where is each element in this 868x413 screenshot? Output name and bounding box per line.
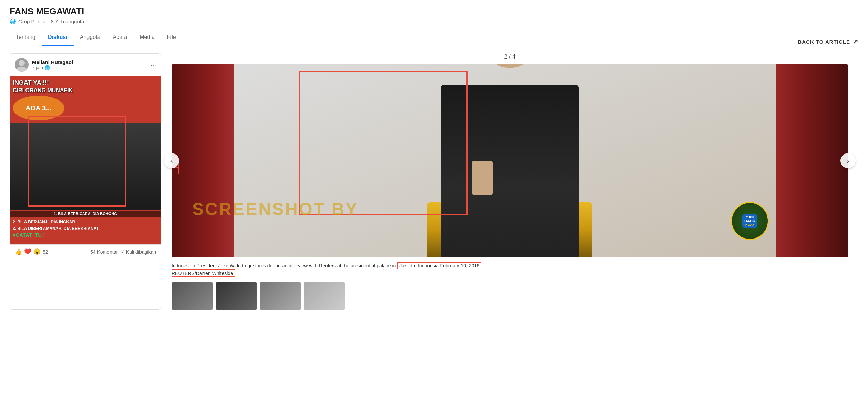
heart-icon: ❤️ <box>24 248 31 255</box>
shares-count[interactable]: 4 Kali dibagikan <box>122 249 156 255</box>
back-label: BACK TO ARTICLE <box>798 39 850 45</box>
meme-image: INGAT YA !!! CIRI ORANG MUNAFIK ADA 3...… <box>10 76 161 244</box>
expand-icon: ↗ <box>853 38 858 45</box>
meme-line1: 1. BILA BERBICARA, DIA BOHONG <box>10 211 161 217</box>
meme-ingat-text: INGAT YA !!! <box>13 79 49 86</box>
image-caption: Indonesian President Joko Widodo gesture… <box>172 262 495 277</box>
watermark-text: SCREENSHOT BY <box>192 199 359 219</box>
comments-count[interactable]: 54 Komentar <box>90 249 118 255</box>
meme-hashtag: #CATAT ITU ! <box>13 232 158 238</box>
turn-back-hoax-badge: TURN BACK HOAX <box>731 202 769 240</box>
main-content: Meilani Hutagaol 7 jam 🌐 ··· INGAT YA !!… <box>0 46 868 317</box>
nav-tabs: Tentang Diskusi Anggota Acara Media File <box>0 29 868 46</box>
tab-diskusi[interactable]: Diskusi <box>42 29 74 46</box>
meme-line3: 3. BILA DIBERI AMANAH, DIA BERKHIANAT <box>13 225 158 232</box>
group-type: Grup Publik <box>18 19 45 24</box>
globe-icon: 🌐 <box>10 18 16 24</box>
more-options-button[interactable]: ··· <box>150 61 156 69</box>
globe-small-icon: 🌐 <box>44 65 50 70</box>
group-meta: 🌐 Grup Publik · 8.7 rb anggota <box>10 18 858 24</box>
tab-file[interactable]: File <box>161 29 182 46</box>
wow-icon: 😮 <box>33 248 41 255</box>
tab-anggota[interactable]: Anggota <box>74 29 107 46</box>
image-viewer: 2 / 4 ‹ <box>161 53 858 310</box>
right-curtain <box>772 64 848 257</box>
tab-tentang[interactable]: Tentang <box>10 29 42 46</box>
back-to-article-button[interactable]: BACK TO ARTICLE ↗ <box>798 38 858 45</box>
thumbnail-2[interactable] <box>216 282 257 310</box>
badge-inner: TURN BACK HOAX <box>742 214 757 228</box>
meme-line2: 2. BILA BERJANJI, DIA INGKAR <box>13 219 158 225</box>
image-area: ‹ <box>172 64 848 257</box>
person-body <box>441 85 579 257</box>
post-time: 7 jam 🌐 <box>32 65 147 70</box>
group-members: 8.7 rb anggota <box>51 19 84 24</box>
thumbnail-1[interactable] <box>172 282 213 310</box>
prev-image-button[interactable]: ‹ <box>164 153 179 168</box>
meme-ciri-text: CIRI ORANG MUNAFIK <box>13 87 73 94</box>
thumbnail-strip <box>172 282 848 310</box>
speech-bubble: ADA 3... <box>13 96 64 120</box>
thumbnail-3[interactable] <box>260 282 301 310</box>
reactions-left: 👍 ❤️ 😮 52 <box>15 248 48 255</box>
thumbnail-4[interactable] <box>304 282 345 310</box>
post-author-name[interactable]: Meilani Hutagaol <box>32 59 147 65</box>
post-author-info: Meilani Hutagaol 7 jam 🌐 <box>32 59 147 70</box>
caption-text: Indonesian President Joko Widodo gesture… <box>172 263 396 268</box>
main-image: SCREENSHOT BY TURN BACK HOAX <box>172 64 848 257</box>
image-counter: 2 / 4 <box>172 53 848 60</box>
person-hand <box>472 161 493 195</box>
tab-media[interactable]: Media <box>133 29 161 46</box>
meme-bottom-text-area: 2. BILA BERJANJI, DIA INGKAR 3. BILA DIB… <box>10 217 161 244</box>
next-image-button[interactable]: › <box>840 153 856 168</box>
svg-point-1 <box>19 60 25 66</box>
group-name: FANS MEGAWATI <box>10 6 858 17</box>
person-area <box>10 123 161 210</box>
post-reactions: 👍 ❤️ 😮 52 54 Komentar 4 Kali dibagikan <box>10 244 161 259</box>
left-curtain <box>172 64 240 257</box>
post-card: Meilani Hutagaol 7 jam 🌐 ··· INGAT YA !!… <box>10 53 161 310</box>
page-header: FANS MEGAWATI 🌐 Grup Publik · 8.7 rb ang… <box>0 0 868 24</box>
avatar <box>15 58 29 72</box>
like-icon: 👍 <box>15 248 22 255</box>
post-stats: 54 Komentar 4 Kali dibagikan <box>90 249 156 255</box>
bubble-text: ADA 3... <box>25 104 52 112</box>
reactions-count: 52 <box>43 249 48 255</box>
post-header: Meilani Hutagaol 7 jam 🌐 ··· <box>10 54 161 76</box>
tab-acara[interactable]: Acara <box>106 29 133 46</box>
